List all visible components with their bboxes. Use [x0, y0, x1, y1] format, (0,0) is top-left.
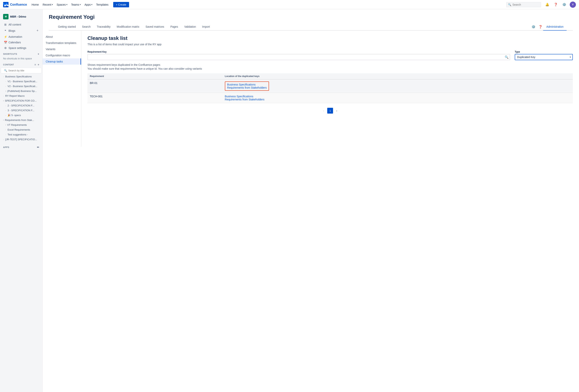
table-header: Requirement Location of the duplicated k… — [87, 73, 573, 79]
settings-tab-icon[interactable]: ⚙️ — [531, 24, 536, 29]
help-tab-icon[interactable]: ❓ — [538, 24, 543, 29]
page-header: Requirement Yogi Getting started Search … — [43, 9, 579, 31]
list-item[interactable]: · 🎉 5- specs — [0, 113, 42, 118]
global-search[interactable]: 🔍 — [506, 2, 541, 7]
page-1-button[interactable]: 1 — [327, 108, 333, 114]
admin-sidebar-transformation[interactable]: Transformation templates — [43, 40, 81, 46]
list-item[interactable]: · RY Report Macro — [0, 93, 42, 98]
admin-sidebar-cleanup[interactable]: Cleanup tasks — [43, 59, 81, 65]
tab-validation[interactable]: Validation — [181, 23, 199, 31]
type-select[interactable]: Duplicated Key Missing Key Invalid Key — [515, 54, 573, 60]
location-link-rfs[interactable]: Requirements from Stakeholders — [227, 86, 267, 89]
cleanup-main: Cleanup task list This is a list of item… — [81, 31, 579, 147]
highlighted-locations: Business Specifications Requirements fro… — [225, 81, 269, 91]
tab-icon-group: ⚙️ ❓ — [531, 24, 543, 29]
space-settings-icon: ⚙ — [4, 46, 7, 50]
sidebar-label-all-content: All content — [8, 23, 21, 26]
type-label: Type — [515, 51, 573, 53]
add-shortcut-button[interactable]: + — [38, 53, 39, 56]
nav-templates[interactable]: Templates — [95, 2, 110, 7]
content-label: CONTENT — [3, 64, 14, 66]
settings-button[interactable]: ⚙️ — [561, 1, 567, 8]
sidebar-item-blogs[interactable]: ❝ Blogs + — [1, 27, 42, 34]
tab-getting-started[interactable]: Getting started — [55, 23, 79, 31]
requirement-key-search-icon: 🔍 — [505, 55, 508, 59]
sidebar-item-calendars[interactable]: 📅 Calendars — [1, 40, 42, 45]
add-blog-icon[interactable]: + — [36, 29, 39, 33]
space-name: MBR - Démo — [10, 15, 26, 18]
list-item[interactable]: · [JR-TEST] SPECIFICATIO... — [0, 137, 42, 142]
location-cell-tech001: Business Specifications Requirements fro… — [222, 93, 573, 103]
tab-pages[interactable]: Pages — [167, 23, 181, 31]
sidebar-label-space-settings: Space settings — [8, 46, 26, 50]
list-item[interactable]: › SPECIFICATION FOR CO... — [0, 98, 42, 103]
list-item[interactable]: · 3 - SPECIFICATION F... — [0, 108, 42, 113]
sidebar-item-all-content[interactable]: ⊞ All content — [1, 22, 42, 27]
list-item[interactable]: · Excel Requirements — [0, 127, 42, 132]
tab-modification-matrix[interactable]: Modification matrix — [114, 23, 143, 31]
next-page-button[interactable]: › — [334, 108, 340, 114]
create-button[interactable]: + Create — [113, 2, 129, 7]
content-section-header: CONTENT ≡ + — [0, 62, 42, 67]
edit-apps-button[interactable]: ✏ — [37, 146, 39, 149]
sidebar-item-automation[interactable]: ⚡ Automation — [1, 34, 42, 39]
sidebar-label-blogs: Blogs — [8, 29, 15, 32]
nav-spaces[interactable]: Spaces ▾ — [55, 2, 69, 7]
requirement-key-input[interactable] — [87, 54, 510, 60]
nav-teams[interactable]: Teams ▾ — [70, 2, 82, 7]
sidebar-search-input[interactable] — [8, 69, 41, 72]
prev-page-button[interactable]: ‹ — [321, 108, 326, 114]
list-item[interactable]: › Requirements from Stak... — [0, 118, 42, 123]
table-header-row: Requirement Location of the duplicated k… — [87, 73, 573, 79]
confluence-logo[interactable]: Confluence — [3, 2, 27, 7]
location-link-bs[interactable]: Business Specifications — [227, 83, 256, 86]
list-item[interactable]: › (Published) Business Sp... — [0, 89, 42, 93]
sidebar-label-automation: Automation — [8, 35, 22, 38]
shortcuts-label: SHORTCUTS — [3, 53, 17, 55]
list-item[interactable]: · V1 - Business Specificati... — [0, 79, 42, 84]
help-button[interactable]: ❓ — [553, 1, 559, 8]
sidebar-search[interactable]: 🔍 — [1, 68, 42, 73]
all-content-icon: ⊞ — [4, 23, 7, 26]
search-input[interactable] — [512, 3, 536, 6]
requirement-key-input-wrapper: 🔍 — [87, 54, 510, 60]
apps-section: APPS ✏ — [0, 144, 42, 150]
nav-apps[interactable]: Apps ▾ — [83, 2, 94, 7]
blogs-icon: ❝ — [4, 29, 7, 32]
admin-sidebar-variants[interactable]: Variants — [43, 46, 81, 52]
nav-links: Home Recent ▾ Spaces ▾ Teams ▾ Apps ▾ Te… — [30, 2, 110, 7]
tab-saved-matrices[interactable]: Saved matrices — [143, 23, 167, 31]
requirement-key-group: Requirement Key 🔍 — [87, 51, 510, 60]
add-content-button[interactable]: + — [38, 63, 39, 66]
space-icon: M — [3, 14, 8, 19]
location-cell-br01: Business Specifications Requirements fro… — [222, 79, 573, 93]
tab-administration[interactable]: Administration — [543, 23, 567, 31]
list-item[interactable]: · Test suggestions - — [0, 132, 42, 137]
apps-label: APPS — [3, 146, 9, 148]
page-title: Requirement Yogi — [49, 14, 573, 20]
space-header[interactable]: M MBR - Démo — [0, 12, 42, 22]
sidebar-item-space-settings[interactable]: ⚙ Space settings — [1, 45, 42, 51]
list-item[interactable]: · 2 - SPECIFICATION F... — [0, 103, 42, 108]
nav-recent[interactable]: Recent ▾ — [41, 2, 54, 7]
nav-home[interactable]: Home — [30, 2, 40, 7]
tab-import[interactable]: Import — [199, 23, 213, 31]
admin-sidebar: About Transformation templates Variants … — [43, 31, 81, 147]
notifications-button[interactable]: 🔔 — [544, 1, 550, 8]
avatar[interactable]: Y — [570, 1, 576, 8]
sidebar-label-calendars: Calendars — [8, 41, 21, 44]
col-location: Location of the duplicated keys — [222, 73, 573, 79]
list-item[interactable]: · Business Specifications — [0, 74, 42, 79]
tab-traceability[interactable]: Traceability — [94, 23, 114, 31]
filter-content-button[interactable]: ≡ — [34, 63, 36, 66]
admin-sidebar-config-macro[interactable]: Configuration macro — [43, 52, 81, 59]
nav-icon-group: 🔔 ❓ ⚙️ Y — [544, 1, 576, 8]
requirement-cell-br01: BR-01 — [87, 79, 222, 93]
location-link-bs2[interactable]: Business Specifications — [225, 95, 253, 98]
admin-layout: About Transformation templates Variants … — [43, 31, 579, 147]
tab-search[interactable]: Search — [79, 23, 94, 31]
list-item[interactable]: › VT Requirements — [0, 123, 42, 127]
location-link-rfs2[interactable]: Requirements from Stakeholders — [225, 98, 265, 101]
list-item[interactable]: · V2 - Business Specificati... — [0, 84, 42, 89]
admin-sidebar-about[interactable]: About — [43, 34, 81, 40]
